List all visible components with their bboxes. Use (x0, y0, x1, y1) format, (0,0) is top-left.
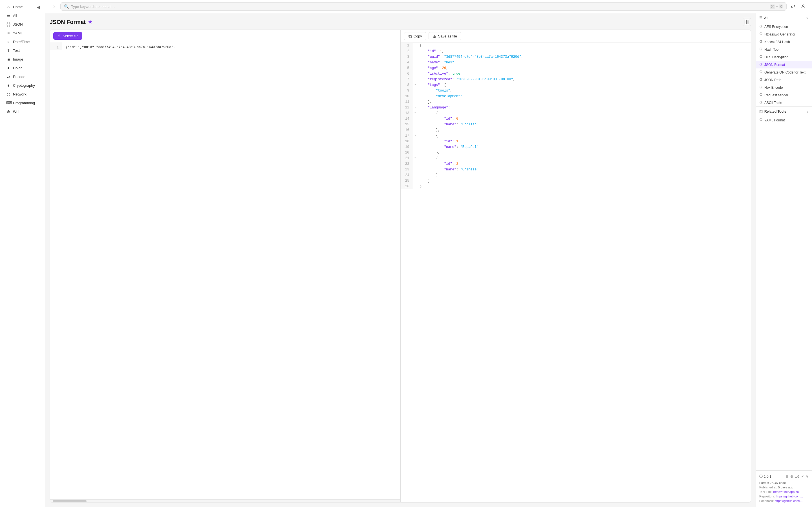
plugin-icon[interactable]: ⊞ (785, 474, 789, 478)
globe-icon[interactable]: ⊕ (790, 474, 794, 478)
line-number: 23 (401, 167, 413, 172)
sidebar-item-json[interactable]: { } JSON (2, 20, 43, 29)
scroll-thumb[interactable] (53, 500, 87, 502)
right-related-yaml-format-icon (759, 118, 763, 122)
all-items-list: AES Encryption Htpasswd Generator Keccak… (756, 23, 812, 107)
input-code-content[interactable]: {"id":1,"uuid":"3d877494-e7d4-48e3-aa7a-… (62, 42, 400, 52)
sidebar-collapse-btn[interactable]: ◀ (37, 4, 40, 10)
format-json-label: Format JSON code (759, 481, 786, 485)
tool-title-row: JSON Format ★ (50, 19, 93, 25)
right-item-htpasswd-generator[interactable]: Htpasswd Generator (756, 31, 812, 38)
repo-url[interactable]: https://github.com... (776, 495, 803, 498)
search-input[interactable] (71, 4, 767, 9)
line-content: "name": "He3", (417, 60, 751, 65)
tool-link-row: Tool Link: https://t.he3app.co... (759, 490, 809, 494)
input-code-area[interactable]: 1 {"id":1,"uuid":"3d877494-e7d4-48e3-aa7… (50, 42, 400, 499)
line-content: "id": 1, (417, 138, 751, 144)
feedback-url[interactable]: https://github.com/... (774, 499, 802, 503)
svg-rect-3 (409, 36, 411, 38)
sidebar-web-label: Web (13, 110, 20, 114)
output-line: 17▾ { (401, 133, 751, 138)
output-line: 6 "isActive": true, (401, 71, 751, 76)
line-number: 16 (401, 127, 413, 133)
check-icon[interactable]: ✓ (801, 474, 804, 478)
line-number: 21 (401, 156, 413, 161)
right-item-aes-encryption-icon (759, 24, 763, 29)
sidebar-cryptography-icon: ♦ (6, 83, 11, 88)
right-item-json-format[interactable]: JSON Format (756, 61, 812, 68)
sidebar-item-programming[interactable]: ⌨ Programming (2, 99, 43, 107)
output-line: 2 "id": 1, (401, 48, 751, 54)
sidebar-item-text[interactable]: T Text (2, 46, 43, 55)
right-item-hex-encode[interactable]: Hex Encode (756, 83, 812, 91)
right-item-aes-encryption[interactable]: AES Encryption (756, 23, 812, 31)
all-section-icon: ☰ (759, 16, 762, 20)
output-line: 16 }, (401, 127, 751, 133)
search-icon: 🔍 (64, 4, 69, 9)
line-fold[interactable]: ▾ (413, 82, 417, 88)
right-item-request-sender[interactable]: Request sender (756, 91, 812, 99)
sidebar-color-label: Color (13, 66, 22, 70)
layout-toggle-button[interactable] (743, 18, 751, 26)
svg-rect-2 (747, 20, 749, 24)
format-json-description: Format JSON code (759, 481, 809, 485)
home-button[interactable]: ⌂ (50, 2, 58, 11)
right-item-keccak224-hash[interactable]: Keccak224 Hash (756, 38, 812, 46)
tool-area: JSON Format ★ (45, 13, 756, 507)
line-fold[interactable]: ▾ (413, 156, 417, 161)
all-section-label: ☰ All (759, 16, 768, 20)
right-sidebar: ☰ All ∨ AES Encryption (756, 13, 812, 507)
right-item-ascii-table-icon (759, 101, 763, 105)
sidebar-item-web[interactable]: ⊕ Web (2, 107, 43, 116)
tool-link-url[interactable]: https://t.he3app.co... (773, 490, 802, 494)
right-item-ascii-table[interactable]: ASCII Table (756, 99, 812, 107)
right-item-des-decryption-icon (759, 55, 763, 59)
copy-button[interactable]: Copy (404, 32, 426, 40)
select-file-button[interactable]: Select file (53, 32, 82, 40)
star-button[interactable]: ★ (88, 19, 93, 25)
output-line: 1{ (401, 43, 751, 48)
share-button[interactable] (789, 2, 797, 11)
search-bar: 🔍 ⌘ + K (60, 2, 786, 11)
right-item-generate-qr-code-label: Generate QR Code for Text (764, 70, 806, 74)
sidebar-item-yaml[interactable]: ≡ YAML (2, 29, 43, 37)
user-button[interactable] (799, 2, 808, 11)
sidebar-item-encode[interactable]: ⇄ Encode (2, 72, 43, 81)
all-section-header[interactable]: ☰ All ∨ (756, 13, 812, 23)
right-item-des-decryption[interactable]: DES Decryption (756, 53, 812, 61)
right-item-hash-tool[interactable]: Hash Tool (756, 46, 812, 53)
sidebar-item-all[interactable]: ☰ All (2, 11, 43, 20)
sidebar-item-cryptography[interactable]: ♦ Cryptography (2, 81, 43, 90)
output-line: 18 "id": 1, (401, 138, 751, 144)
line-number: 22 (401, 161, 413, 167)
sidebar-item-color[interactable]: ● Color (2, 64, 43, 72)
sidebar-datetime-label: Date/Time (13, 40, 30, 44)
related-section-header[interactable]: ⚿ Related Tools ∨ (756, 107, 812, 116)
sidebar-all-icon: ☰ (6, 13, 11, 18)
github-icon[interactable]: ⎇ (795, 474, 799, 478)
line-fold[interactable]: ▾ (413, 105, 417, 110)
line-fold[interactable]: ▾ (413, 133, 417, 138)
output-line: 25 ] (401, 178, 751, 184)
sidebar-item-network[interactable]: ◎ Network (2, 90, 43, 98)
sidebar-item-datetime[interactable]: ○ Date/Time (2, 38, 43, 46)
output-line: 19 "name": "Español" (401, 144, 751, 150)
line-content: "tools", (417, 88, 751, 94)
all-section-chevron: ∨ (806, 16, 809, 20)
line-fold[interactable]: ▾ (413, 110, 417, 116)
sidebar: ◀ ⌂ Home ☰ All { } JSON ≡ YAML ○ Date/Ti… (0, 0, 45, 507)
right-related-item-yaml-format[interactable]: YAML Format (756, 116, 812, 124)
output-line: 20 }, (401, 150, 751, 156)
save-as-file-button[interactable]: Save as file (428, 32, 461, 40)
line-number: 12 (401, 105, 413, 110)
footer-chevron[interactable]: ∨ (806, 474, 809, 478)
line-number: 14 (401, 116, 413, 122)
sidebar-item-image[interactable]: ▣ Image (2, 55, 43, 63)
right-item-json-path[interactable]: JSON Path (756, 76, 812, 83)
line-content: "age": 26, (417, 65, 751, 71)
line-content: "name": "English" (417, 122, 751, 127)
right-item-generate-qr-code[interactable]: Generate QR Code for Text (756, 68, 812, 76)
version-num: ⓘ 1.0.1 (759, 474, 771, 479)
right-item-hash-tool-icon (759, 47, 763, 52)
output-line: 21▾ { (401, 156, 751, 161)
